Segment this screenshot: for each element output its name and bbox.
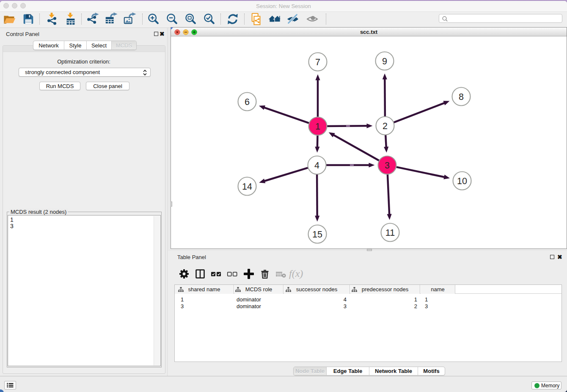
svg-text:3: 3 bbox=[385, 160, 390, 171]
svg-text:15: 15 bbox=[312, 229, 322, 240]
svg-text:1: 1 bbox=[315, 121, 320, 132]
svg-text:14: 14 bbox=[242, 182, 252, 192]
svg-text:2: 2 bbox=[383, 121, 388, 131]
svg-text:8: 8 bbox=[459, 92, 464, 102]
svg-text:11: 11 bbox=[385, 228, 395, 238]
svg-text:10: 10 bbox=[457, 176, 467, 186]
svg-text:9: 9 bbox=[382, 56, 387, 66]
svg-text:7: 7 bbox=[315, 57, 320, 67]
svg-text:6: 6 bbox=[245, 97, 250, 107]
svg-text:4: 4 bbox=[314, 160, 319, 171]
